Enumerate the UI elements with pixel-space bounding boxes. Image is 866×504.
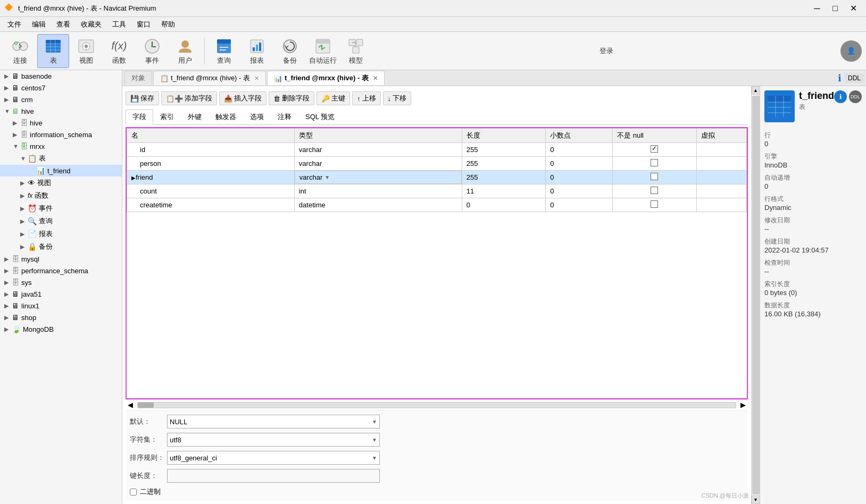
dropdown-arrow-icon: ▼ [372,437,377,443]
checkbox-unchecked-icon[interactable] [651,200,658,208]
ddl-button[interactable]: DDL [849,90,862,103]
sidebar-item-linux1[interactable]: ▶ 🖥 linux1 [0,300,122,312]
delete-field-button[interactable]: 🗑 删除字段 [269,91,314,105]
menu-window[interactable]: 窗口 [131,19,156,30]
engine-label: 引擎 [764,152,862,161]
charset-select[interactable]: utf8 ▼ [167,433,380,447]
checkbox-checked-icon[interactable] [651,145,658,153]
sidebar-item-func-group[interactable]: ▶ fx 函数 [0,189,122,202]
move-down-button[interactable]: ↓ 下移 [383,91,412,105]
tb-backup-button[interactable]: 备份 [274,34,306,68]
minimize-button[interactable]: ─ [809,1,826,16]
horizontal-scrollbar[interactable]: ◀ ▶ [126,399,748,410]
sidebar-item-backup-group[interactable]: ▶ 🔒 备份 [0,240,122,253]
close-button[interactable]: ✕ [845,1,862,16]
checkbox-unchecked-icon[interactable] [651,187,658,194]
menu-favorites[interactable]: 收藏夹 [76,19,107,30]
sidebar-item-hive-root[interactable]: ▼ 🖥 hive [0,105,122,117]
delete-field-icon: 🗑 [273,95,280,103]
tb-auto-run-button[interactable]: 自动运行 [307,34,339,68]
svg-rect-30 [356,39,363,46]
field-tab-fields[interactable]: 字段 [126,110,153,125]
field-tab-comment[interactable]: 注释 [271,110,298,124]
col-notnull-header: 不是 null [613,129,696,143]
tb-query-button[interactable]: 查询 [208,34,240,68]
add-field-button[interactable]: 📋➕ 添加字段 [161,91,217,105]
sidebar-item-shop[interactable]: ▶ 🖥 shop [0,312,122,323]
tb-connect-button[interactable]: 连接 [4,34,36,68]
maximize-button[interactable]: □ [827,1,844,16]
sidebar-item-report-group[interactable]: ▶ 📄 报表 [0,228,122,240]
field-decimal-cell: 0 [546,198,613,212]
tab-obj[interactable]: 对象 [124,71,152,85]
sidebar-item-centos7[interactable]: ▶ 🖥 centos7 [0,82,122,94]
down-arrow-icon: ↓ [388,95,392,103]
tab-1[interactable]: 📋 t_friend @mrxx (hive) - 表 ✕ [153,71,266,85]
table-row[interactable]: createtime datetime 0 0 [127,198,747,212]
move-up-button[interactable]: ↑ 上移 [352,91,381,105]
scroll-down-button[interactable]: ▼ [752,495,760,504]
field-tab-fk[interactable]: 外键 [181,110,209,124]
tb-event-button[interactable]: 事件 [136,34,168,68]
primary-key-button[interactable]: 🔑 主键 [317,91,350,105]
tb-table-button[interactable]: 表 [37,34,69,68]
sidebar-item-sys[interactable]: ▶ 🗄 sys [0,276,122,288]
table-row[interactable]: person varchar 255 0 [127,157,747,171]
sidebar-item-performance-schema[interactable]: ▶ 🗄 performance_schema [0,265,122,276]
dropdown-arrow-icon[interactable]: ▼ [324,174,330,180]
table-row[interactable]: count int 11 0 [127,184,747,198]
binary-row: 二进制 [130,487,744,497]
sidebar-item-view-group[interactable]: ▶ 👁 视图 [0,177,122,189]
field-tab-sql-preview[interactable]: SQL 预览 [298,110,342,124]
tab-2[interactable]: 📊 t_friend @mrxx (hive) - 表 ✕ [267,71,385,85]
key-length-input[interactable] [167,469,380,483]
menu-edit[interactable]: 编辑 [27,19,51,30]
sidebar-item-java51[interactable]: ▶ 🖥 java51 [0,288,122,300]
menu-tools[interactable]: 工具 [107,19,131,30]
sidebar-item-event-group[interactable]: ▶ ⏰ 事件 [0,202,122,215]
tab-close-icon[interactable]: ✕ [254,75,259,82]
sidebar-item-crm[interactable]: ▶ 🖥 crm [0,94,122,105]
window-title: t_friend @mrxx (hive) - 表 - Navicat Prem… [18,4,809,13]
scroll-up-button[interactable]: ▲ [752,86,760,95]
scroll-left-button[interactable]: ◀ [126,401,135,409]
sidebar-item-hive-db[interactable]: ▶ 🗄 hive [0,117,122,129]
scroll-right-button[interactable]: ▶ [738,401,748,409]
tb-view-button[interactable]: 视图 [70,34,102,68]
collation-select[interactable]: utf8_general_ci ▼ [167,451,380,465]
menu-view[interactable]: 查看 [51,19,76,30]
field-tab-trigger[interactable]: 触发器 [209,110,243,124]
scroll-thumb[interactable] [752,96,760,494]
info-icon-button[interactable]: ℹ [838,72,842,84]
ddl-button[interactable]: DDL [845,73,864,83]
table-row[interactable]: id varchar 255 0 [127,143,747,157]
sidebar-item-mrxx[interactable]: ▼ 🗄 mrxx [0,140,122,152]
info-button[interactable]: ℹ [834,90,847,103]
login-button[interactable]: 登录 [599,46,613,56]
default-select[interactable]: NULL ▼ [167,415,380,429]
save-button[interactable]: 💾 保存 [126,91,159,105]
sidebar-item-information-schema[interactable]: ▶ 🗄 information_schema [0,129,122,140]
field-tab-options[interactable]: 选项 [243,110,271,124]
tb-user-button[interactable]: 用户 [169,34,201,68]
menu-file[interactable]: 文件 [2,19,27,30]
sidebar-item-mongodb[interactable]: ▶ 🍃 MongoDB [0,323,122,335]
sidebar-item-basenode[interactable]: ▶ 🖥 basenode [0,70,122,82]
sidebar-item-table-group[interactable]: ▼ 📋 表 [0,152,122,165]
tb-report-button[interactable]: 报表 [241,34,273,68]
checkbox-unchecked-icon[interactable] [651,173,658,180]
field-decimal-cell: 0 [546,171,613,184]
checkbox-unchecked-icon[interactable] [651,159,658,166]
tab-close-icon[interactable]: ✕ [373,75,378,82]
sidebar-item-query-group[interactable]: ▶ 🔍 查询 [0,215,122,228]
sidebar-item-t-friend[interactable]: ▶ 📊 t_friend [0,165,122,177]
sidebar-item-mysql[interactable]: ▶ 🗄 mysql [0,253,122,265]
binary-checkbox[interactable] [130,489,137,495]
table-row[interactable]: ▶friend varchar▼ 255 0 [127,171,747,184]
menu-help[interactable]: 帮助 [156,19,180,30]
tb-function-button[interactable]: f(x) 函数 [103,34,135,68]
tb-model-button[interactable]: 模型 [340,34,372,68]
insert-field-button[interactable]: 📥 插入字段 [219,91,267,105]
field-tab-index[interactable]: 索引 [153,110,181,124]
check-time-label: 检查时间 [764,258,862,267]
